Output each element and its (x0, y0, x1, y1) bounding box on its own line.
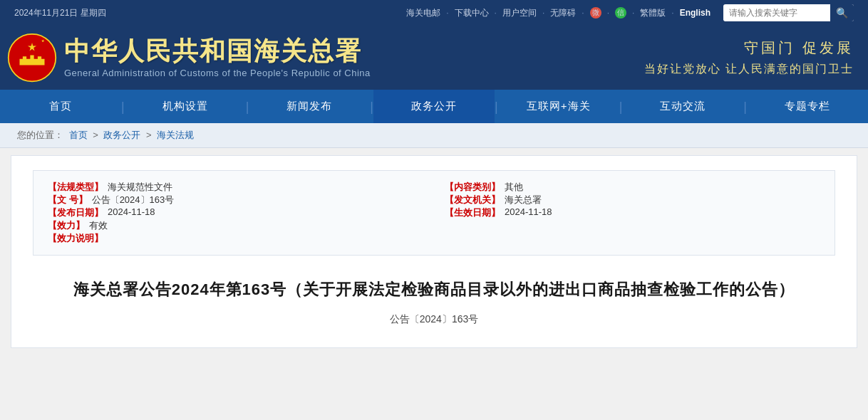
top-bar: 2024年11月21日 星期四 海关电邮 · 下载中心 · 用户空间 · 无障碍… (0, 0, 868, 26)
info-row-issuer: 【发文机关】 海关总署 (445, 194, 820, 206)
download-link[interactable]: 下载中心 (455, 7, 489, 19)
english-link[interactable]: English (680, 8, 711, 18)
nav-affairs[interactable]: 政务公开 (373, 90, 495, 123)
label-validity-note: 【效力说明】 (48, 232, 103, 245)
weibo-icon[interactable]: 微 (590, 7, 601, 19)
value-number: 公告〔2024〕163号 (92, 194, 175, 206)
nav-internet[interactable]: 互联网+海关 (498, 90, 619, 123)
svg-rect-3 (23, 56, 26, 61)
value-pubdate: 2024-11-18 (108, 206, 155, 217)
breadcrumb-home[interactable]: 首页 (69, 130, 88, 140)
search-input[interactable] (723, 6, 830, 20)
info-row-validity: 【效力】 有效 (48, 219, 423, 232)
header-slogan: 守国门 促发展 当好让党放心 让人民满意的国门卫士 (644, 38, 854, 77)
value-type: 海关规范性文件 (108, 181, 172, 194)
svg-rect-4 (30, 56, 33, 62)
article-document-number: 公告〔2024〕163号 (33, 313, 835, 326)
label-validity: 【效力】 (48, 219, 85, 232)
label-issuer: 【发文机关】 (445, 194, 500, 206)
value-effectdate: 2024-11-18 (505, 206, 552, 217)
logo-text: 中华人民共和国海关总署 General Administration of Cu… (64, 37, 371, 79)
traditional-link[interactable]: 繁體版 (640, 7, 666, 19)
search-box: 🔍 (723, 4, 854, 21)
email-link[interactable]: 海关电邮 (406, 7, 440, 19)
info-row-type: 【法规类型】 海关规范性文件 (48, 181, 423, 194)
user-link[interactable]: 用户空间 (502, 7, 537, 19)
info-table: 【法规类型】 海关规范性文件 【文 号】 公告〔2024〕163号 【发布日期】… (33, 170, 835, 256)
value-issuer: 海关总署 (505, 194, 542, 206)
nav-news[interactable]: 新闻发布 (249, 90, 370, 123)
label-category: 【内容类别】 (445, 181, 500, 194)
accessible-link[interactable]: 无障碍 (550, 7, 576, 19)
main-nav: 首页 | 机构设置 | 新闻发布 | 政务公开 | 互联网+海关 | 互动交流 … (0, 90, 868, 123)
slogan-top: 守国门 促发展 (644, 38, 854, 58)
nav-home[interactable]: 首页 (0, 90, 121, 123)
value-validity: 有效 (89, 219, 108, 232)
svg-rect-5 (38, 56, 41, 61)
label-type: 【法规类型】 (48, 181, 103, 194)
top-links: 海关电邮 · 下载中心 · 用户空间 · 无障碍 · 微 · 信 · 繁體版 ·… (406, 4, 854, 21)
search-button[interactable]: 🔍 (830, 4, 854, 21)
date-display: 2024年11月21日 星期四 (14, 7, 106, 19)
breadcrumb-laws[interactable]: 海关法规 (157, 130, 194, 140)
info-row-pubdate: 【发布日期】 2024-11-18 (48, 206, 423, 219)
main-content: 【法规类型】 海关规范性文件 【文 号】 公告〔2024〕163号 【发布日期】… (11, 155, 857, 348)
label-effectdate: 【生效日期】 (445, 206, 500, 219)
info-left: 【法规类型】 海关规范性文件 【文 号】 公告〔2024〕163号 【发布日期】… (48, 181, 423, 245)
label-number: 【文 号】 (48, 194, 88, 206)
breadcrumb-affairs[interactable]: 政务公开 (103, 130, 140, 140)
header: 中华人民共和国海关总署 General Administration of Cu… (0, 26, 868, 90)
nav-interaction[interactable]: 互动交流 (622, 90, 743, 123)
value-category: 其他 (505, 181, 523, 194)
article-title: 海关总署公告2024年第163号（关于开展法定检验商品目录以外的进出口商品抽查检… (33, 277, 835, 302)
slogan-bottom: 当好让党放心 让人民满意的国门卫士 (644, 62, 854, 77)
info-row-effectdate: 【生效日期】 2024-11-18 (445, 206, 820, 219)
info-row-validity-note: 【效力说明】 (48, 232, 423, 245)
header-left: 中华人民共和国海关总署 General Administration of Cu… (7, 33, 371, 83)
nav-institutions[interactable]: 机构设置 (125, 90, 246, 123)
breadcrumb-prefix: 您的位置： (17, 130, 63, 140)
info-row-number: 【文 号】 公告〔2024〕163号 (48, 194, 423, 206)
label-pubdate: 【发布日期】 (48, 206, 103, 219)
breadcrumb: 您的位置： 首页 > 政务公开 > 海关法规 (0, 123, 868, 148)
wechat-icon[interactable]: 信 (615, 7, 626, 19)
info-right: 【内容类别】 其他 【发文机关】 海关总署 【生效日期】 2024-11-18 (445, 181, 820, 245)
nav-topics[interactable]: 专题专栏 (747, 90, 868, 123)
national-emblem (7, 33, 57, 83)
logo-subtitle: General Administration of Customs of the… (64, 68, 371, 78)
info-row-category: 【内容类别】 其他 (445, 181, 820, 194)
logo-title: 中华人民共和国海关总署 (64, 37, 371, 65)
